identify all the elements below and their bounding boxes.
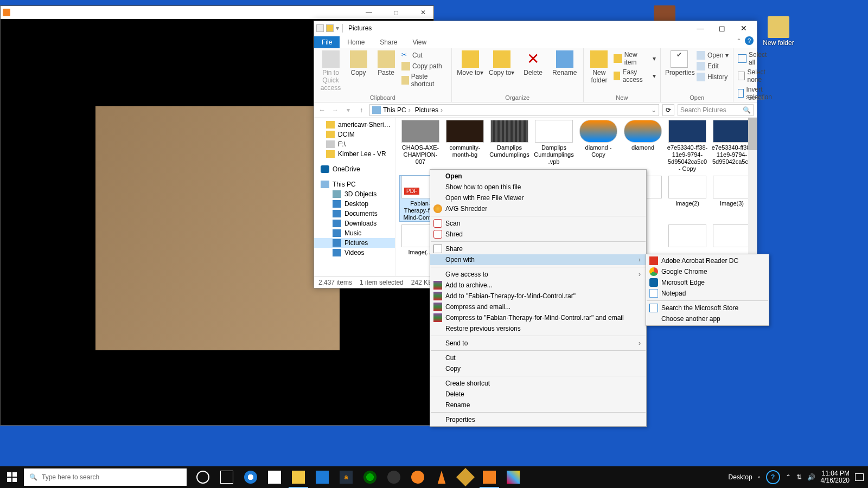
ctx-restore[interactable]: Restore previous versions: [430, 323, 646, 334]
properties-button[interactable]: ✔Properties: [665, 50, 693, 76]
ctx-cut[interactable]: Cut: [430, 352, 646, 363]
start-button[interactable]: [0, 466, 24, 488]
qat-dropdown-icon[interactable]: ▾: [336, 24, 339, 32]
explorer-titlebar[interactable]: ▾ Pictures — ◻ ✕: [314, 21, 757, 35]
file-item[interactable]: Image(2): [667, 176, 708, 221]
up-button[interactable]: ↑: [356, 106, 366, 114]
collapse-ribbon-icon[interactable]: ⌃: [736, 37, 742, 45]
minimize-button[interactable]: —: [690, 21, 711, 35]
ctx-open-with[interactable]: Open with›: [430, 254, 646, 265]
address-dropdown-icon[interactable]: ⌄: [651, 106, 656, 114]
select-none-button[interactable]: Select none: [738, 68, 774, 84]
ctx-open-free-viewer[interactable]: Open with Free File Viewer: [430, 192, 646, 203]
taskbar-app[interactable]: [454, 466, 477, 488]
ctx-send-to[interactable]: Send to›: [430, 338, 646, 349]
file-item[interactable]: e7e53340-ff38-11e9-9794-5d95042ca5c0 - C…: [667, 120, 708, 172]
file-item[interactable]: community-month-bg: [444, 120, 486, 172]
ctx-compress-email-named[interactable]: Compress to "Fabian-Therapy-for-Mind-Con…: [430, 312, 646, 323]
new-item-button[interactable]: New item ▾: [614, 50, 656, 67]
clock[interactable]: 11:04 PM 4/16/2020: [821, 470, 850, 484]
ctx-scan[interactable]: Scan: [430, 218, 646, 229]
qat-folder-icon[interactable]: [326, 24, 334, 32]
scroll-thumb[interactable]: [748, 118, 757, 150]
history-button[interactable]: History: [697, 72, 729, 82]
paste-shortcut-button[interactable]: Paste shortcut: [401, 72, 447, 88]
ctx-compress-email[interactable]: Compress and email...: [430, 301, 646, 312]
taskbar-paint[interactable]: [501, 466, 525, 488]
tray-chevron-icon[interactable]: ⌃: [786, 473, 791, 481]
openwith-choose[interactable]: Choose another app: [646, 313, 769, 324]
cortana-button[interactable]: [191, 466, 215, 488]
address-bar[interactable]: This PC Pictures ⌄: [369, 104, 659, 116]
tree-item[interactable]: Kimber Lee - VR: [314, 149, 395, 159]
ctx-create-shortcut[interactable]: Create shortcut: [430, 378, 646, 389]
close-button[interactable]: ✕: [415, 9, 431, 16]
ctx-open[interactable]: Open: [430, 171, 646, 182]
minimize-button[interactable]: —: [361, 9, 377, 16]
desktop-folder[interactable]: New folder: [760, 16, 797, 47]
file-item[interactable]: CHAOS-AXE-CHAMPION-007: [400, 120, 441, 172]
qat-explorer-icon[interactable]: [316, 24, 324, 32]
network-icon[interactable]: ⇅: [796, 473, 802, 481]
copy-to-button[interactable]: Copy to▾: [488, 50, 516, 76]
action-center-icon[interactable]: [855, 473, 864, 481]
taskbar-mediaplayer[interactable]: [477, 466, 501, 488]
file-item[interactable]: diamond - Copy: [578, 120, 619, 172]
ctx-rename[interactable]: Rename: [430, 400, 646, 410]
openwith-edge[interactable]: Microsoft Edge: [646, 277, 769, 288]
cut-button[interactable]: ✂Cut: [401, 50, 447, 60]
tab-share[interactable]: Share: [372, 36, 405, 48]
tree-music[interactable]: Music: [314, 228, 395, 238]
toolbar-chevrons-icon[interactable]: »: [758, 474, 761, 480]
openwith-notepad[interactable]: Notepad: [646, 288, 769, 299]
ctx-properties[interactable]: Properties: [430, 414, 646, 425]
crumb-thispc[interactable]: This PC: [383, 106, 413, 114]
tree-thispc[interactable]: This PC: [314, 179, 395, 189]
nav-tree[interactable]: americavr-Sheri… DCIM F:\ Kimber Lee - V…: [314, 118, 395, 276]
taskbar-app[interactable]: [406, 466, 430, 488]
taskbar-vlc[interactable]: [430, 466, 454, 488]
ctx-share[interactable]: Share: [430, 243, 646, 254]
ctx-give-access[interactable]: Give access to›: [430, 269, 646, 280]
file-item[interactable]: [667, 224, 708, 256]
tree-item[interactable]: DCIM: [314, 130, 395, 139]
maximize-button[interactable]: ◻: [711, 21, 733, 35]
recent-dropdown[interactable]: ▾: [343, 106, 353, 114]
tab-view[interactable]: View: [405, 36, 434, 48]
taskbar-store[interactable]: [263, 466, 286, 488]
forward-button[interactable]: →: [330, 106, 340, 114]
delete-button[interactable]: ✕Delete: [519, 50, 547, 76]
copy-button[interactable]: Copy: [346, 50, 371, 76]
taskbar-explorer[interactable]: [286, 466, 310, 488]
file-item[interactable]: diamond: [622, 120, 663, 172]
file-item[interactable]: e7e53340-ff38-11e9-9794-5d95042ca5c0: [711, 120, 752, 172]
search-input[interactable]: Search Pictures🔍: [678, 104, 754, 116]
rename-button[interactable]: Rename: [551, 50, 579, 76]
ctx-avg-shredder[interactable]: AVG Shredder: [430, 203, 646, 214]
openwith-acrobat[interactable]: Adobe Acrobat Reader DC: [646, 255, 769, 266]
taskbar-search[interactable]: 🔍Type here to search: [24, 468, 187, 486]
file-item[interactable]: Damplips Cumdumplings.vpb: [533, 120, 575, 172]
tree-3dobjects[interactable]: 3D Objects: [314, 189, 395, 199]
tab-home[interactable]: Home: [340, 36, 372, 48]
crumb-pictures[interactable]: Pictures: [415, 106, 445, 114]
pin-quick-access-button[interactable]: Pin to Quick access: [318, 50, 343, 92]
ctx-add-archive[interactable]: Add to archive...: [430, 280, 646, 291]
edit-button[interactable]: Edit: [697, 61, 729, 71]
easy-access-button[interactable]: Easy access ▾: [614, 68, 656, 84]
taskbar-mail[interactable]: [310, 466, 334, 488]
maximize-button[interactable]: ◻: [388, 9, 404, 16]
tree-downloads[interactable]: Downloads: [314, 219, 395, 228]
file-item[interactable]: [711, 224, 752, 256]
volume-icon[interactable]: 🔊: [807, 473, 815, 481]
copy-path-button[interactable]: Copy path: [401, 61, 447, 71]
refresh-button[interactable]: ⟳: [662, 104, 674, 116]
ctx-shred[interactable]: Shred: [430, 229, 646, 240]
ctx-copy[interactable]: Copy: [430, 363, 646, 374]
taskbar-edge[interactable]: [239, 466, 263, 488]
taskbar-amazon[interactable]: a: [334, 466, 358, 488]
taskbar-app[interactable]: [358, 466, 382, 488]
ctx-delete[interactable]: Delete: [430, 389, 646, 400]
tree-pictures[interactable]: Pictures: [314, 238, 395, 248]
toolbar-desktop[interactable]: Desktop: [729, 473, 752, 481]
